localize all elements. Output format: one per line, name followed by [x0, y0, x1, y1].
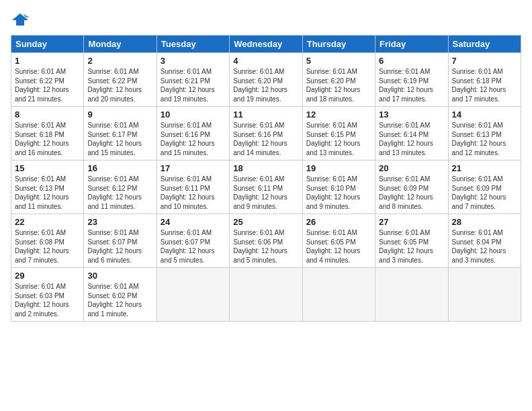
calendar-cell: 3 Sunrise: 6:01 AM Sunset: 6:21 PM Dayli…	[157, 53, 229, 107]
calendar-cell: 20 Sunrise: 6:01 AM Sunset: 6:09 PM Dayl…	[375, 161, 448, 214]
day-info: Sunrise: 6:01 AM Sunset: 6:05 PM Dayligh…	[306, 228, 371, 265]
day-info: Sunrise: 6:01 AM Sunset: 6:16 PM Dayligh…	[233, 121, 298, 157]
calendar-header-monday: Monday	[84, 36, 157, 53]
day-info: Sunrise: 6:01 AM Sunset: 6:12 PM Dayligh…	[87, 175, 152, 211]
day-info: Sunrise: 6:01 AM Sunset: 6:18 PM Dayligh…	[452, 67, 517, 103]
day-number: 21	[452, 163, 517, 173]
calendar-cell: 2 Sunrise: 6:01 AM Sunset: 6:22 PM Dayli…	[84, 53, 157, 107]
day-number: 10	[161, 109, 226, 120]
calendar-cell: 10 Sunrise: 6:01 AM Sunset: 6:16 PM Dayl…	[157, 107, 229, 161]
calendar-cell: 4 Sunrise: 6:01 AM Sunset: 6:20 PM Dayli…	[230, 53, 302, 107]
day-info: Sunrise: 6:01 AM Sunset: 6:11 PM Dayligh…	[233, 175, 298, 211]
calendar-cell: 25 Sunrise: 6:01 AM Sunset: 6:06 PM Dayl…	[230, 214, 302, 268]
calendar-cell	[448, 268, 521, 322]
day-number: 4	[233, 56, 298, 66]
calendar-header-sunday: Sunday	[11, 36, 84, 53]
calendar-cell: 9 Sunrise: 6:01 AM Sunset: 6:17 PM Dayli…	[84, 107, 157, 161]
day-info: Sunrise: 6:01 AM Sunset: 6:20 PM Dayligh…	[306, 67, 371, 103]
day-number: 7	[452, 56, 517, 66]
day-info: Sunrise: 6:01 AM Sunset: 6:21 PM Dayligh…	[161, 67, 226, 103]
day-info: Sunrise: 6:01 AM Sunset: 6:18 PM Dayligh…	[15, 121, 80, 157]
day-number: 17	[161, 163, 226, 173]
calendar-cell: 15 Sunrise: 6:01 AM Sunset: 6:13 PM Dayl…	[11, 161, 84, 214]
logo-icon	[11, 11, 30, 30]
day-info: Sunrise: 6:01 AM Sunset: 6:04 PM Dayligh…	[452, 228, 517, 265]
calendar-cell	[375, 268, 448, 322]
day-number: 20	[379, 163, 444, 173]
day-info: Sunrise: 6:01 AM Sunset: 6:13 PM Dayligh…	[15, 175, 80, 211]
day-number: 6	[379, 56, 444, 66]
calendar-week-5: 29 Sunrise: 6:01 AM Sunset: 6:03 PM Dayl…	[11, 268, 521, 322]
calendar-cell: 5 Sunrise: 6:01 AM Sunset: 6:20 PM Dayli…	[302, 53, 375, 107]
day-info: Sunrise: 6:01 AM Sunset: 6:05 PM Dayligh…	[379, 228, 444, 265]
day-number: 9	[87, 109, 152, 120]
day-number: 18	[233, 163, 298, 173]
calendar-body: 1 Sunrise: 6:01 AM Sunset: 6:22 PM Dayli…	[11, 53, 521, 322]
day-number: 3	[161, 56, 226, 66]
calendar-cell: 29 Sunrise: 6:01 AM Sunset: 6:03 PM Dayl…	[11, 268, 84, 322]
day-info: Sunrise: 6:01 AM Sunset: 6:02 PM Dayligh…	[87, 282, 152, 318]
day-number: 22	[15, 217, 80, 227]
day-info: Sunrise: 6:01 AM Sunset: 6:14 PM Dayligh…	[379, 121, 444, 157]
day-number: 5	[306, 56, 371, 66]
day-info: Sunrise: 6:01 AM Sunset: 6:15 PM Dayligh…	[306, 121, 371, 157]
calendar-cell: 11 Sunrise: 6:01 AM Sunset: 6:16 PM Dayl…	[230, 107, 302, 161]
day-info: Sunrise: 6:01 AM Sunset: 6:07 PM Dayligh…	[87, 228, 152, 265]
calendar-cell: 17 Sunrise: 6:01 AM Sunset: 6:11 PM Dayl…	[157, 161, 229, 214]
day-number: 14	[452, 109, 517, 120]
calendar-cell: 8 Sunrise: 6:01 AM Sunset: 6:18 PM Dayli…	[11, 107, 84, 161]
day-number: 19	[306, 163, 371, 173]
calendar-header-thursday: Thursday	[302, 36, 375, 53]
calendar-cell: 22 Sunrise: 6:01 AM Sunset: 6:08 PM Dayl…	[11, 214, 84, 268]
calendar-header-friday: Friday	[375, 36, 448, 53]
day-number: 25	[233, 217, 298, 227]
day-info: Sunrise: 6:01 AM Sunset: 6:11 PM Dayligh…	[161, 175, 226, 211]
calendar-header-row: SundayMondayTuesdayWednesdayThursdayFrid…	[11, 36, 521, 53]
calendar-week-4: 22 Sunrise: 6:01 AM Sunset: 6:08 PM Dayl…	[11, 214, 521, 268]
calendar-header-tuesday: Tuesday	[157, 36, 229, 53]
day-number: 23	[87, 217, 152, 227]
day-info: Sunrise: 6:01 AM Sunset: 6:07 PM Dayligh…	[161, 228, 226, 265]
calendar-cell: 24 Sunrise: 6:01 AM Sunset: 6:07 PM Dayl…	[157, 214, 229, 268]
day-number: 29	[15, 271, 80, 281]
calendar-cell: 1 Sunrise: 6:01 AM Sunset: 6:22 PM Dayli…	[11, 53, 84, 107]
calendar-week-3: 15 Sunrise: 6:01 AM Sunset: 6:13 PM Dayl…	[11, 161, 521, 214]
calendar-cell: 12 Sunrise: 6:01 AM Sunset: 6:15 PM Dayl…	[302, 107, 375, 161]
calendar-cell: 16 Sunrise: 6:01 AM Sunset: 6:12 PM Dayl…	[84, 161, 157, 214]
day-info: Sunrise: 6:01 AM Sunset: 6:09 PM Dayligh…	[379, 175, 444, 211]
calendar-week-1: 1 Sunrise: 6:01 AM Sunset: 6:22 PM Dayli…	[11, 53, 521, 107]
day-number: 24	[161, 217, 226, 227]
day-info: Sunrise: 6:01 AM Sunset: 6:06 PM Dayligh…	[233, 228, 298, 265]
calendar-header-saturday: Saturday	[448, 36, 521, 53]
calendar-cell: 19 Sunrise: 6:01 AM Sunset: 6:10 PM Dayl…	[302, 161, 375, 214]
day-number: 8	[15, 109, 80, 120]
day-info: Sunrise: 6:01 AM Sunset: 6:08 PM Dayligh…	[15, 228, 80, 265]
calendar-cell: 21 Sunrise: 6:01 AM Sunset: 6:09 PM Dayl…	[448, 161, 521, 214]
calendar-cell: 18 Sunrise: 6:01 AM Sunset: 6:11 PM Dayl…	[230, 161, 302, 214]
day-info: Sunrise: 6:01 AM Sunset: 6:17 PM Dayligh…	[87, 121, 152, 157]
day-info: Sunrise: 6:01 AM Sunset: 6:16 PM Dayligh…	[161, 121, 226, 157]
calendar-table: SundayMondayTuesdayWednesdayThursdayFrid…	[11, 35, 521, 322]
day-info: Sunrise: 6:01 AM Sunset: 6:13 PM Dayligh…	[452, 121, 517, 157]
calendar-cell	[157, 268, 229, 322]
day-number: 15	[15, 163, 80, 173]
calendar-cell: 14 Sunrise: 6:01 AM Sunset: 6:13 PM Dayl…	[448, 107, 521, 161]
day-number: 27	[379, 217, 444, 227]
header	[11, 11, 521, 30]
calendar-cell: 27 Sunrise: 6:01 AM Sunset: 6:05 PM Dayl…	[375, 214, 448, 268]
day-info: Sunrise: 6:01 AM Sunset: 6:03 PM Dayligh…	[15, 282, 80, 318]
day-number: 12	[306, 109, 371, 120]
day-number: 28	[452, 217, 517, 227]
day-info: Sunrise: 6:01 AM Sunset: 6:20 PM Dayligh…	[233, 67, 298, 103]
calendar-cell: 23 Sunrise: 6:01 AM Sunset: 6:07 PM Dayl…	[84, 214, 157, 268]
day-number: 13	[379, 109, 444, 120]
day-info: Sunrise: 6:01 AM Sunset: 6:22 PM Dayligh…	[15, 67, 80, 103]
day-number: 1	[15, 56, 80, 66]
day-info: Sunrise: 6:01 AM Sunset: 6:22 PM Dayligh…	[87, 67, 152, 103]
day-number: 26	[306, 217, 371, 227]
day-info: Sunrise: 6:01 AM Sunset: 6:19 PM Dayligh…	[379, 67, 444, 103]
calendar-cell: 7 Sunrise: 6:01 AM Sunset: 6:18 PM Dayli…	[448, 53, 521, 107]
calendar-cell: 13 Sunrise: 6:01 AM Sunset: 6:14 PM Dayl…	[375, 107, 448, 161]
calendar-header-wednesday: Wednesday	[230, 36, 302, 53]
calendar-cell: 30 Sunrise: 6:01 AM Sunset: 6:02 PM Dayl…	[84, 268, 157, 322]
